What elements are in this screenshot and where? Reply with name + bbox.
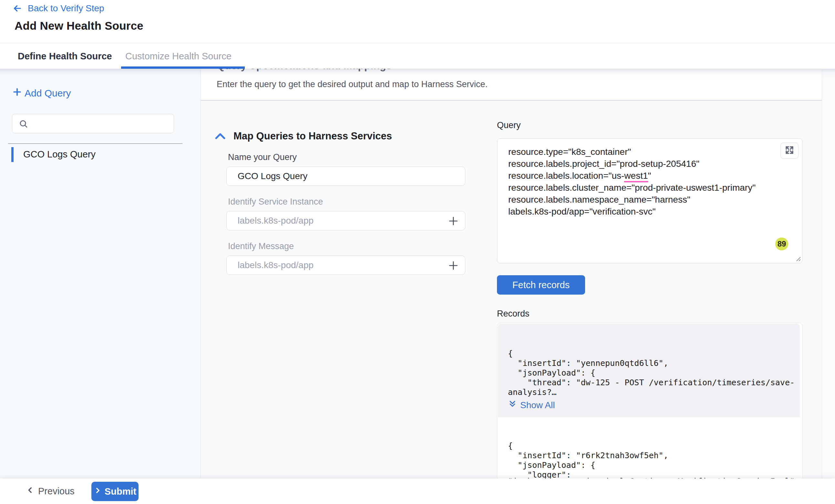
footer-bar: Previous Submit [0, 479, 835, 504]
spellcheck-underline: west1 [624, 171, 648, 182]
identify-message-label: Identify Message [228, 241, 294, 251]
add-service-instance-plus-icon[interactable] [447, 214, 460, 228]
service-instance-label: Identify Service Instance [228, 197, 323, 207]
records-label: Records [497, 309, 530, 319]
tab-bar: Define Health Source Customize Health So… [0, 43, 835, 69]
query-search-box [12, 114, 174, 133]
page-title: Add New Health Source [15, 19, 143, 32]
plus-icon [12, 86, 23, 100]
add-message-plus-icon[interactable] [447, 259, 460, 272]
query-item-label: GCO Logs Query [23, 149, 96, 160]
resize-handle[interactable] [794, 255, 801, 262]
expand-query-button[interactable] [780, 143, 798, 159]
query-text: resource.type="k8s_container"resource.la… [508, 146, 773, 217]
add-query-label: Add Query [24, 88, 71, 99]
service-instance-input[interactable] [227, 211, 465, 230]
chevron-left-icon [26, 486, 35, 497]
submit-label: Submit [105, 486, 136, 497]
add-query-button[interactable]: Add Query [12, 86, 71, 100]
chevron-up-icon[interactable] [214, 131, 226, 142]
map-queries-heading: Map Queries to Harness Services [233, 130, 392, 142]
identify-message-input[interactable] [227, 256, 465, 275]
selected-query-indicator [11, 147, 14, 162]
name-query-label: Name your Query [228, 152, 297, 162]
name-query-field [226, 167, 465, 186]
name-query-input[interactable] [227, 167, 465, 186]
section-subtitle: Enter the query to get the desired outpu… [217, 79, 488, 89]
right-gutter [822, 69, 835, 479]
query-label: Query [497, 120, 521, 130]
expand-icon [785, 145, 794, 156]
record-card[interactable]: { "insertId": "yennepun0qtd6ll6", "jsonP… [498, 323, 800, 417]
previous-button[interactable]: Previous [26, 479, 75, 504]
add-health-source-page: Back to Verify Step Add New Health Sourc… [0, 0, 835, 504]
submit-button[interactable]: Submit [91, 482, 139, 501]
chevron-right-icon [94, 486, 102, 497]
records-panel: { "insertId": "yennepun0qtd6ll6", "jsonP… [497, 323, 803, 479]
char-count-badge: 89 [775, 237, 788, 250]
tab-define-health-source[interactable]: Define Health Source [18, 43, 112, 69]
query-sidebar: Add Query GCO Logs Query [0, 69, 201, 479]
previous-label: Previous [38, 486, 75, 497]
record-json-text: { "insertId": "yennepun0qtd6ll6", "jsonP… [508, 349, 795, 397]
back-to-verify-step-link[interactable]: Back to Verify Step [12, 3, 104, 14]
search-input[interactable] [32, 114, 171, 133]
main-content: Query Specifications and Mappings Enter … [201, 69, 822, 479]
query-mapping-panel: Map Queries to Harness Services Name you… [201, 101, 822, 479]
arrow-left-icon [12, 3, 23, 14]
sidebar-divider [8, 143, 182, 144]
fetch-records-button[interactable]: Fetch records [497, 275, 585, 295]
show-all-label: Show All [520, 400, 555, 411]
service-instance-field [226, 211, 465, 230]
back-link-label: Back to Verify Step [28, 3, 104, 14]
active-tab-underline [121, 66, 245, 69]
identify-message-field [226, 255, 465, 275]
section-title: Query Specifications and Mappings [217, 69, 392, 71]
chevron-double-down-icon [508, 399, 517, 411]
query-list-item-gco-logs[interactable]: GCO Logs Query [0, 147, 201, 162]
record-json-text: { "insertId": "r6rk2tnah3owf5eh", "jsonP… [508, 441, 668, 479]
tab-customize-health-source[interactable]: Customize Health Source [125, 43, 231, 69]
app-header: Back to Verify Step Add New Health Sourc… [0, 0, 835, 43]
query-textarea[interactable]: resource.type="k8s_container"resource.la… [497, 139, 803, 263]
show-all-link[interactable]: Show All [508, 399, 555, 411]
